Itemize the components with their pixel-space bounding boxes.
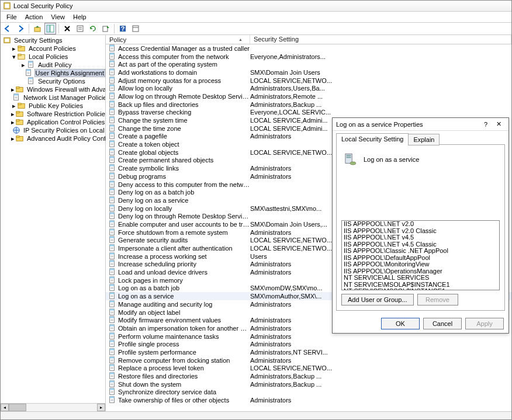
- tree-item[interactable]: ▸Account Policies: [1, 44, 105, 53]
- list-row[interactable]: Replace a process level tokenLOCAL SERVI…: [106, 365, 511, 373]
- col-setting[interactable]: Security Setting: [250, 35, 511, 44]
- menu-view[interactable]: View: [47, 12, 68, 22]
- svg-rect-99: [110, 149, 115, 151]
- window-icon: [132, 25, 140, 33]
- menu-action[interactable]: Action: [22, 12, 47, 22]
- help-button[interactable]: ?: [117, 23, 129, 34]
- list-row[interactable]: Allow log on locallyAdministrators,Users…: [106, 84, 511, 92]
- tab-local-security-setting[interactable]: Local Security Setting: [336, 133, 409, 145]
- list-row[interactable]: Add workstations to domainSMX\Domain Joi…: [106, 68, 511, 77]
- list-row[interactable]: Restore files and directoriesAdministrat…: [106, 372, 511, 380]
- list-row[interactable]: Shut down the systemAdministrators,Backu…: [106, 380, 511, 388]
- dialog-close-button[interactable]: ✕: [492, 119, 505, 130]
- tree-item[interactable]: ▸Advanced Audit Policy Configuration: [1, 134, 105, 143]
- menu-file[interactable]: File: [3, 12, 20, 22]
- tree-hscrollbar[interactable]: ◂ ▸: [1, 403, 105, 411]
- svg-rect-83: [110, 117, 115, 119]
- svg-rect-175: [110, 301, 115, 303]
- refresh-button[interactable]: [87, 23, 99, 34]
- list-row[interactable]: Access this computer from the networkEve…: [106, 53, 511, 61]
- forward-button[interactable]: [15, 23, 26, 34]
- up-button[interactable]: [32, 23, 43, 34]
- menu-help[interactable]: Help: [70, 12, 90, 22]
- scroll-left-button[interactable]: ◂: [1, 404, 9, 411]
- folder-up-icon: [33, 25, 41, 33]
- toolbar: ?: [1, 22, 511, 35]
- svg-rect-127: [110, 204, 115, 206]
- delete-button[interactable]: [61, 23, 73, 34]
- tree-item[interactable]: ▸Public Key Policies: [1, 102, 105, 110]
- dialog-help-button[interactable]: ?: [479, 119, 492, 130]
- export-button[interactable]: [100, 23, 112, 34]
- remove-button[interactable]: Remove: [417, 294, 458, 306]
- svg-rect-228: [347, 157, 351, 158]
- add-user-button[interactable]: Add User or Group...: [341, 294, 414, 306]
- svg-rect-147: [110, 245, 115, 247]
- properties-dialog: Log on as a service Properties ? ✕ Local…: [332, 117, 509, 334]
- svg-rect-179: [110, 308, 115, 310]
- list-row[interactable]: Adjust memory quotas for a processLOCAL …: [106, 77, 511, 85]
- tree-item[interactable]: IP Security Policies on Local Compute: [1, 126, 105, 134]
- list-row[interactable]: Back up files and directoriesAdministrat…: [106, 100, 511, 109]
- tree-item[interactable]: ▾Local Policies: [1, 53, 105, 61]
- list-row[interactable]: Bypass traverse checkingEveryone,LOCAL S…: [106, 109, 511, 117]
- tree-item[interactable]: ▸Application Control Policies: [1, 118, 105, 126]
- svg-rect-131: [110, 213, 115, 214]
- svg-rect-24: [26, 70, 30, 71]
- svg-rect-223: [110, 397, 115, 398]
- svg-rect-45: [16, 136, 19, 138]
- svg-rect-183: [110, 317, 115, 318]
- tree-item[interactable]: Security Options: [1, 77, 105, 85]
- apply-button[interactable]: Apply: [465, 318, 504, 329]
- svg-rect-8: [103, 26, 108, 32]
- user-list-item[interactable]: IIS APPPOOL\Classic .NET AppPool: [342, 248, 499, 255]
- scroll-thumb[interactable]: [9, 404, 26, 411]
- svg-rect-187: [110, 325, 115, 327]
- list-row[interactable]: Synchronize directory service data: [106, 388, 511, 397]
- user-list-item[interactable]: IIS APPPOOL\.NET v2.0: [342, 221, 499, 228]
- list-row[interactable]: Act as part of the operating system: [106, 60, 511, 68]
- tree-item[interactable]: Network List Manager Policies: [1, 93, 105, 102]
- svg-rect-227: [347, 155, 351, 156]
- sort-asc-icon: ▲: [238, 37, 243, 41]
- list-row[interactable]: Profile single processAdministrators: [106, 340, 511, 348]
- svg-rect-67: [110, 85, 115, 86]
- list-row[interactable]: Profile system performanceAdministrators…: [106, 348, 511, 356]
- scroll-right-button[interactable]: ▸: [97, 404, 105, 411]
- tab-explain[interactable]: Explain: [408, 134, 440, 145]
- svg-rect-42: [16, 120, 19, 122]
- back-button[interactable]: [2, 23, 13, 34]
- nav-tree[interactable]: Security Settings▸Account Policies▾Local…: [1, 35, 106, 411]
- svg-rect-38: [18, 103, 21, 105]
- svg-rect-71: [110, 93, 115, 95]
- ok-button[interactable]: OK: [381, 318, 420, 329]
- svg-rect-163: [110, 277, 115, 279]
- list-row[interactable]: Access Credential Manager as a trusted c…: [106, 44, 511, 53]
- cancel-button[interactable]: Cancel: [423, 318, 462, 329]
- svg-rect-87: [110, 125, 115, 127]
- tree-root[interactable]: Security Settings: [1, 36, 105, 44]
- user-list-item[interactable]: IIS APPPOOL\.NET v4.5: [342, 234, 499, 241]
- user-list-item[interactable]: NT SERVICE\MSSQL$INSTANCE1: [342, 288, 499, 290]
- svg-rect-63: [110, 77, 115, 78]
- tree-item[interactable]: ▸Windows Firewall with Advanced Sec: [1, 85, 105, 93]
- dialog-titlebar: Log on as a service Properties ? ✕: [333, 118, 508, 131]
- tree-item[interactable]: ▸Audit Policy: [1, 61, 105, 69]
- window-button[interactable]: [130, 23, 141, 34]
- properties-button[interactable]: [74, 23, 86, 34]
- tree-item[interactable]: ▸Software Restriction Policies: [1, 110, 105, 118]
- svg-rect-59: [110, 69, 115, 71]
- svg-rect-215: [110, 381, 115, 383]
- user-list-item[interactable]: NT SERVICE\ALL SERVICES: [342, 275, 499, 282]
- col-policy[interactable]: Policy▲: [106, 35, 250, 44]
- user-list-item[interactable]: IIS APPPOOL\MonitoringView: [342, 261, 499, 268]
- users-listbox[interactable]: IIS APPPOOL\.NET v2.0IIS APPPOOL\.NET v2…: [341, 220, 500, 290]
- statusbar: [1, 411, 511, 419]
- list-row[interactable]: Remove computer from docking stationAdmi…: [106, 356, 511, 365]
- list-row[interactable]: Allow log on through Remote Desktop Serv…: [106, 92, 511, 100]
- list-row[interactable]: Take ownership of files or other objects…: [106, 396, 511, 404]
- tree-item[interactable]: User Rights Assignment: [1, 69, 105, 77]
- menubar: File Action View Help: [1, 12, 511, 22]
- show-tree-button[interactable]: [44, 23, 56, 34]
- svg-rect-95: [110, 141, 115, 143]
